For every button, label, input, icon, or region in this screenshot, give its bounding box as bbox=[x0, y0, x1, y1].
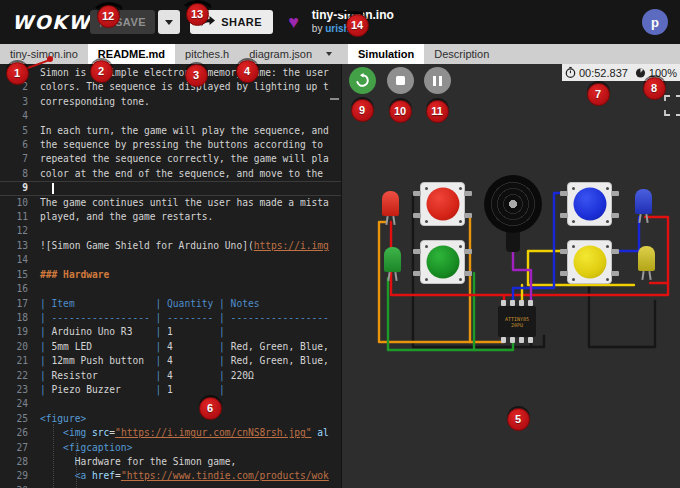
code-line-28: 28 Hardware for the Simon game, bbox=[0, 455, 341, 469]
line-number: 10 bbox=[0, 196, 40, 210]
code-line-7: 7repeated the sequence correctly, the ga… bbox=[0, 152, 341, 166]
led-blue bbox=[635, 189, 652, 214]
line-number: 19 bbox=[0, 325, 40, 339]
line-number: 16 bbox=[0, 282, 40, 296]
code-line-11: 11played, and the game restarts. bbox=[0, 210, 341, 224]
code-line-23: 23| Piezo Buzzer | 1 | bbox=[0, 383, 341, 397]
indent-guide bbox=[53, 424, 54, 488]
line-number: 8 bbox=[0, 167, 40, 181]
line-number: 15 bbox=[0, 268, 40, 282]
callout-1-pointer-dot bbox=[47, 56, 53, 62]
callout-13: 13 bbox=[186, 3, 209, 26]
led-yellow bbox=[638, 246, 655, 271]
code-line-14: 14 bbox=[0, 253, 341, 267]
callout-14: 14 bbox=[346, 14, 369, 37]
text-cursor bbox=[52, 183, 54, 194]
editor-scrollbar-mark[interactable] bbox=[330, 98, 339, 100]
heart-like-icon[interactable]: ♥ bbox=[288, 13, 299, 31]
share-label: SHARE bbox=[221, 16, 262, 28]
pushbutton-green[interactable] bbox=[420, 240, 465, 284]
code-line-8: 8color at the end of the sequence, and m… bbox=[0, 167, 341, 181]
code-line-29: 29 <a href="https://www.tindie.com/produ… bbox=[0, 469, 341, 483]
code-line-25: 25<figure> bbox=[0, 412, 341, 426]
code-line-10: 10The game continues until the user has … bbox=[0, 196, 341, 210]
indent-guide bbox=[76, 438, 77, 488]
piezo-buzzer bbox=[484, 175, 542, 233]
line-number: 7 bbox=[0, 152, 40, 166]
code-line-20: 20| 5mm LED | 4 | Red, Green, Blue, bbox=[0, 340, 341, 354]
callout-7: 7 bbox=[587, 83, 610, 106]
line-number: 14 bbox=[0, 253, 40, 267]
tab-simulation[interactable]: Simulation bbox=[348, 44, 424, 64]
callout-6: 6 bbox=[199, 397, 222, 420]
tab-description[interactable]: Description bbox=[424, 44, 499, 64]
callout-12: 12 bbox=[97, 5, 120, 28]
line-number: 22 bbox=[0, 369, 40, 383]
line-number: 12 bbox=[0, 224, 40, 238]
code-line-26: 26 <img src="https://i.imgur.com/cnNS8rs… bbox=[0, 426, 341, 440]
line-number: 25 bbox=[0, 412, 40, 426]
save-label: SAVE bbox=[115, 16, 146, 28]
line-number: 6 bbox=[0, 138, 40, 152]
code-line-5: 5In each turn, the game will play the se… bbox=[0, 124, 341, 138]
line-number: 9 bbox=[0, 181, 40, 195]
line-number: 5 bbox=[0, 124, 40, 138]
code-line-17: 17| Item | Quantity | Notes bbox=[0, 297, 341, 311]
callout-2: 2 bbox=[90, 60, 113, 83]
code-line-18: 18| ----------------- | -------- | -----… bbox=[0, 311, 341, 325]
code-line-9: 9 bbox=[0, 181, 341, 195]
line-number: 20 bbox=[0, 340, 40, 354]
callout-5: 5 bbox=[507, 408, 530, 431]
attiny85-chip: ATTINY85 20PU bbox=[498, 306, 536, 337]
file-tabs-menu-button[interactable] bbox=[326, 44, 332, 64]
line-number: 23 bbox=[0, 383, 40, 397]
callout-8: 8 bbox=[643, 77, 666, 100]
line-number: 24 bbox=[0, 397, 40, 411]
pushbutton-red[interactable] bbox=[420, 182, 465, 226]
byline-prefix: by bbox=[312, 23, 323, 34]
line-number: 11 bbox=[0, 210, 40, 224]
code-line-12: 12 bbox=[0, 224, 341, 238]
line-number: 26 bbox=[0, 426, 40, 440]
line-number: 18 bbox=[0, 311, 40, 325]
code-editor[interactable]: 1Simon is a simple electronic memory gam… bbox=[0, 64, 341, 488]
line-number: 29 bbox=[0, 469, 40, 483]
panel-tabs: Simulation Description bbox=[341, 44, 680, 64]
callout-11: 11 bbox=[426, 100, 449, 123]
callout-9: 9 bbox=[351, 99, 374, 122]
code-line-16: 16 bbox=[0, 282, 341, 296]
chevron-down-icon bbox=[165, 20, 173, 25]
code-line-13: 13![Simon Game Shield for Arduino Uno](h… bbox=[0, 239, 341, 253]
tab-pitches-h[interactable]: pitches.h bbox=[175, 44, 239, 64]
code-line-2: 2colors. The sequence is displayed by li… bbox=[0, 80, 341, 94]
code-line-15: 15### Hardware bbox=[0, 268, 341, 282]
line-number: 30 bbox=[0, 484, 40, 488]
save-dropdown-button[interactable] bbox=[158, 10, 180, 34]
chip-label-line2: 20PU bbox=[511, 322, 523, 328]
code-line-4: 4 bbox=[0, 109, 341, 123]
user-avatar[interactable]: p bbox=[642, 9, 668, 35]
callout-10: 10 bbox=[389, 100, 412, 123]
pushbutton-yellow[interactable] bbox=[567, 240, 612, 284]
wokwi-app: WOKWI SAVE SHARE ♥ tiny-simon.ino by uri… bbox=[0, 0, 680, 488]
line-number: 4 bbox=[0, 109, 40, 123]
led-green bbox=[384, 247, 401, 272]
chevron-down-icon bbox=[326, 52, 332, 56]
callout-1: 1 bbox=[6, 62, 29, 85]
callout-3: 3 bbox=[185, 64, 208, 87]
line-number: 17 bbox=[0, 297, 40, 311]
line-number: 28 bbox=[0, 455, 40, 469]
code-line-22: 22| Resistor | 4 | 220Ω bbox=[0, 369, 341, 383]
code-line-30: 30 bbox=[0, 484, 341, 488]
wokwi-logo[interactable]: WOKWI bbox=[12, 11, 90, 33]
line-number: 3 bbox=[0, 95, 40, 109]
pushbutton-blue[interactable] bbox=[567, 182, 612, 226]
code-line-6: 6the sequence by pressing the buttons ac… bbox=[0, 138, 341, 152]
code-line-1: 1Simon is a simple electronic memory gam… bbox=[0, 66, 341, 80]
led-red bbox=[382, 191, 399, 216]
code-line-27: 27 <figcaption> bbox=[0, 441, 341, 455]
callout-4: 4 bbox=[236, 60, 259, 83]
code-line-24: 24 bbox=[0, 397, 341, 411]
code-line-21: 21| 12mm Push button | 4 | Red, Green, B… bbox=[0, 354, 341, 368]
code-line-19: 19| Arduino Uno R3 | 1 | bbox=[0, 325, 341, 339]
